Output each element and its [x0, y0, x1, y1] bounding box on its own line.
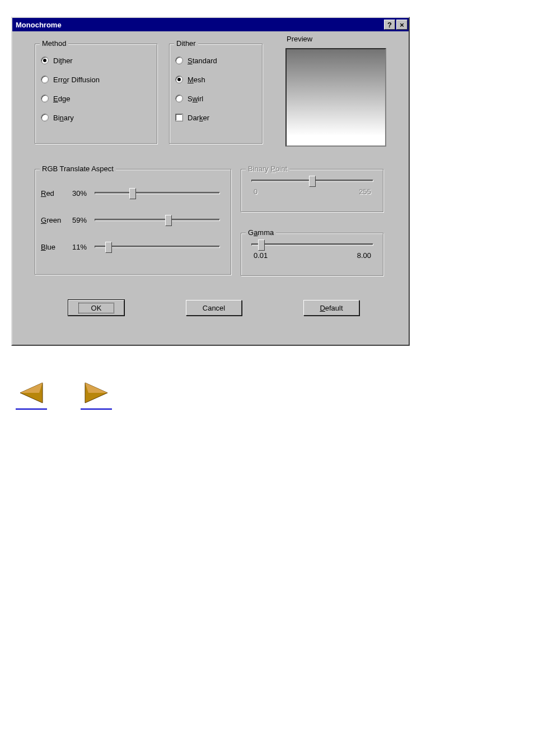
method-radio-binary[interactable]: Binary [41, 108, 152, 127]
next-page-link[interactable] [81, 379, 112, 410]
gamma-min: 0.01 [254, 251, 268, 260]
dialog-body: Method DitherError DiffusionEdgeBinary D… [12, 31, 409, 345]
rgb-label: Green [41, 216, 72, 224]
method-legend: Method [40, 39, 68, 48]
ok-label: OK [78, 303, 115, 313]
radio-icon[interactable] [175, 76, 183, 83]
radio-label: Error Diffusion [53, 76, 100, 84]
dither-group: Dither StandardMeshSwirl Darker [169, 44, 263, 144]
gamma-legend: Gamma [246, 228, 276, 237]
preview-image [285, 48, 386, 147]
close-button[interactable]: × [396, 20, 407, 30]
rgb-row-green: Green59% [41, 206, 226, 233]
rgb-row-red: Red30% [41, 180, 226, 206]
binary-point-legend: Binary Point [246, 165, 289, 173]
method-group: Method DitherError DiffusionEdgeBinary [35, 44, 158, 144]
slider-thumb[interactable] [129, 188, 136, 199]
rgb-translate-group: RGB Translate Aspect Red30%Green59%Blue1… [35, 169, 232, 275]
binary-point-min: 0 [254, 187, 257, 196]
rgb-legend: RGB Translate Aspect [40, 165, 116, 173]
method-radio-error-diffusion[interactable]: Error Diffusion [41, 70, 152, 89]
binary-point-group: Binary Point 0 255 [241, 169, 384, 213]
default-label: Default [320, 304, 343, 312]
rgb-label: Red [41, 189, 72, 198]
monochrome-dialog: Monochrome ? × Method DitherError Diffus… [11, 17, 410, 346]
rgb-percent: 11% [72, 243, 95, 251]
radio-label: Swirl [188, 95, 203, 103]
darker-checkbox[interactable] [175, 114, 183, 121]
prev-page-link[interactable] [16, 379, 47, 410]
darker-label: Darker [188, 114, 209, 122]
rgb-percent: 30% [72, 189, 95, 198]
cancel-label: Cancel [203, 304, 225, 312]
radio-icon[interactable] [41, 76, 49, 83]
gamma-thumb[interactable] [258, 240, 265, 251]
rgb-slider-green[interactable] [95, 219, 220, 221]
gamma-slider[interactable] [251, 243, 373, 246]
radio-label: Mesh [188, 76, 205, 84]
ok-button[interactable]: OK [68, 300, 124, 316]
rgb-label: Blue [41, 243, 72, 251]
dither-radio-mesh[interactable]: Mesh [175, 70, 257, 89]
radio-icon[interactable] [41, 95, 49, 102]
rgb-row-blue: Blue11% [41, 233, 226, 260]
radio-icon[interactable] [41, 57, 49, 64]
dialog-title: Monochrome [16, 21, 383, 29]
preview-label: Preview [287, 35, 312, 43]
arrow-right-icon [81, 379, 112, 406]
arrow-left-icon [16, 379, 47, 406]
page-navigation [16, 379, 534, 410]
darker-checkbox-row[interactable]: Darker [175, 108, 257, 127]
radio-label: Edge [53, 95, 70, 103]
radio-icon[interactable] [175, 57, 183, 64]
default-button[interactable]: Default [303, 300, 359, 316]
help-button[interactable]: ? [384, 20, 395, 30]
dither-legend: Dither [174, 39, 198, 48]
dither-radio-swirl[interactable]: Swirl [175, 89, 257, 108]
slider-thumb[interactable] [165, 215, 172, 226]
gamma-group: Gamma 0.01 8.00 [241, 233, 384, 276]
binary-point-slider [251, 180, 373, 182]
cancel-button[interactable]: Cancel [186, 300, 242, 316]
binary-point-max: 255 [359, 187, 371, 196]
radio-label: Dither [53, 57, 73, 65]
gamma-max: 8.00 [357, 251, 371, 260]
radio-icon[interactable] [41, 114, 49, 121]
titlebar: Monochrome ? × [12, 18, 409, 31]
binary-point-thumb [309, 176, 316, 187]
method-radio-edge[interactable]: Edge [41, 89, 152, 108]
radio-icon[interactable] [175, 95, 183, 102]
radio-label: Standard [188, 57, 217, 65]
slider-thumb[interactable] [105, 242, 112, 253]
method-radio-dither[interactable]: Dither [41, 51, 152, 70]
rgb-slider-blue[interactable] [95, 246, 220, 248]
rgb-slider-red[interactable] [95, 192, 220, 194]
radio-label: Binary [53, 114, 74, 122]
rgb-percent: 59% [72, 216, 95, 224]
dither-radio-standard[interactable]: Standard [175, 51, 257, 70]
